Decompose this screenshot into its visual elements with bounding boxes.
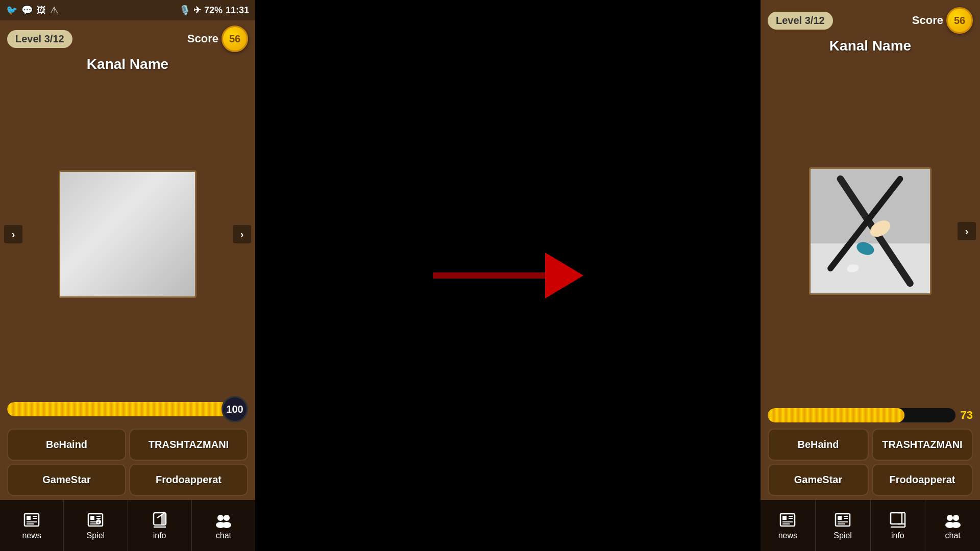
svg-point-18 — [217, 515, 224, 521]
warning-icon: ⚠ — [50, 5, 58, 16]
right-game-header: Level 3/12 Score 56 — [761, 0, 980, 36]
nav-news-label: news — [22, 531, 41, 540]
info-icon — [151, 511, 169, 529]
mic-off-icon: 🎙️ — [179, 5, 190, 16]
right-answers-grid: BeHaind TRASHTAZMANI GameStar Frodoapper… — [761, 427, 980, 500]
right-panel: Level 3/12 Score 56 Kanal Name — [761, 0, 980, 551]
right-answer-3[interactable]: GameStar — [768, 464, 869, 496]
status-icons-right: 🎙️ ✈ 72% 11:31 — [179, 5, 249, 16]
right-channel-name: Kanal Name — [761, 36, 980, 58]
right-nav-chat[interactable]: chat — [925, 500, 980, 551]
nav-news[interactable]: news — [0, 500, 64, 551]
right-image-container: › — [761, 58, 980, 404]
svg-rect-37 — [838, 516, 842, 520]
nav-info[interactable]: info — [128, 500, 192, 551]
battery-level: 72% — [204, 5, 223, 16]
right-score-coin: 56 — [946, 7, 973, 34]
right-answer-4[interactable]: Frodoapperat — [872, 464, 973, 496]
status-bar: 🐦 💬 🖼 ⚠ 🎙️ ✈ 72% 11:31 — [0, 0, 255, 20]
progress-value: 100 — [222, 396, 248, 422]
answer-3[interactable]: GameStar — [7, 464, 126, 496]
right-news-icon — [778, 511, 797, 529]
progress-track — [7, 402, 229, 416]
right-nav-info[interactable]: info — [871, 500, 926, 551]
arrow-head — [545, 253, 583, 298]
right-score-label: Score — [912, 14, 943, 27]
right-progress-track — [768, 408, 955, 422]
nav-chat[interactable]: chat — [192, 500, 255, 551]
svg-rect-1 — [27, 516, 31, 520]
airplane-icon: ✈ — [193, 5, 201, 16]
answer-4[interactable]: Frodoapperat — [129, 464, 248, 496]
whatsapp-icon: 💬 — [21, 5, 33, 16]
svg-point-48 — [953, 515, 959, 521]
nav-spiel[interactable]: + Spiel — [64, 500, 128, 551]
right-info-icon — [889, 511, 907, 529]
right-chat-icon — [944, 511, 962, 529]
right-nav-news-label: news — [778, 531, 797, 540]
right-channel-image — [809, 167, 932, 295]
transition-arrow — [433, 253, 583, 298]
right-score-area: Score 56 — [912, 7, 973, 34]
right-bottom-nav: news Spiel info — [761, 500, 980, 551]
right-progress-value: 73 — [961, 409, 973, 422]
right-progress-area: 73 — [761, 404, 980, 427]
prev-arrow[interactable]: › — [4, 225, 22, 243]
news-icon — [22, 511, 41, 529]
nav-spiel-label: Spiel — [87, 531, 105, 540]
svg-point-21 — [222, 522, 231, 528]
right-next-arrow[interactable]: › — [958, 222, 976, 240]
status-icons-left: 🐦 💬 🖼 ⚠ — [6, 5, 58, 16]
right-progress-fill — [768, 408, 904, 422]
left-panel: 🐦 💬 🖼 ⚠ 🎙️ ✈ 72% 11:31 Level 3/12 Score … — [0, 0, 255, 551]
right-nav-news[interactable]: news — [761, 500, 816, 551]
center-area — [255, 0, 761, 551]
bottom-nav: news + Spiel info — [0, 500, 255, 551]
answer-1[interactable]: BeHaind — [7, 429, 126, 461]
score-coin: 56 — [222, 26, 248, 52]
right-nav-info-label: info — [891, 531, 904, 540]
svg-point-50 — [951, 522, 961, 528]
score-label: Score — [187, 32, 218, 45]
image-icon: 🖼 — [37, 5, 46, 16]
arrow-shaft — [433, 272, 545, 279]
spiel-icon: + — [86, 511, 105, 529]
progress-fill — [7, 402, 229, 416]
right-answer-2[interactable]: TRASHTAZMANI — [872, 429, 973, 461]
answer-2[interactable]: TRASHTAZMANI — [129, 429, 248, 461]
svg-point-19 — [224, 515, 230, 521]
channel-image-svg — [811, 169, 930, 293]
clock: 11:31 — [226, 5, 249, 16]
nav-info-label: info — [153, 531, 166, 540]
chat-icon — [214, 511, 233, 529]
right-level-badge: Level 3/12 — [768, 12, 833, 30]
nav-chat-label: chat — [216, 531, 231, 540]
game-header: Level 3/12 Score 56 — [0, 20, 255, 54]
svg-rect-31 — [782, 516, 787, 520]
score-area: Score 56 — [187, 26, 248, 52]
answers-grid: BeHaind TRASHTAZMANI GameStar Frodoapper… — [0, 427, 255, 500]
right-nav-chat-label: chat — [945, 531, 961, 540]
image-container: › › — [0, 77, 255, 392]
right-nav-spiel-label: Spiel — [834, 531, 852, 540]
next-arrow[interactable]: › — [233, 225, 251, 243]
svg-rect-42 — [891, 513, 902, 524]
right-nav-spiel[interactable]: Spiel — [816, 500, 871, 551]
channel-image — [59, 170, 197, 298]
channel-name: Kanal Name — [0, 54, 255, 77]
right-spiel-icon — [834, 511, 852, 529]
svg-rect-7 — [90, 516, 94, 520]
right-answer-1[interactable]: BeHaind — [768, 429, 869, 461]
svg-text:+: + — [97, 520, 100, 525]
progress-area: 100 — [0, 392, 255, 427]
svg-point-47 — [947, 515, 953, 521]
twitter-icon: 🐦 — [6, 5, 17, 16]
level-badge: Level 3/12 — [7, 30, 72, 48]
